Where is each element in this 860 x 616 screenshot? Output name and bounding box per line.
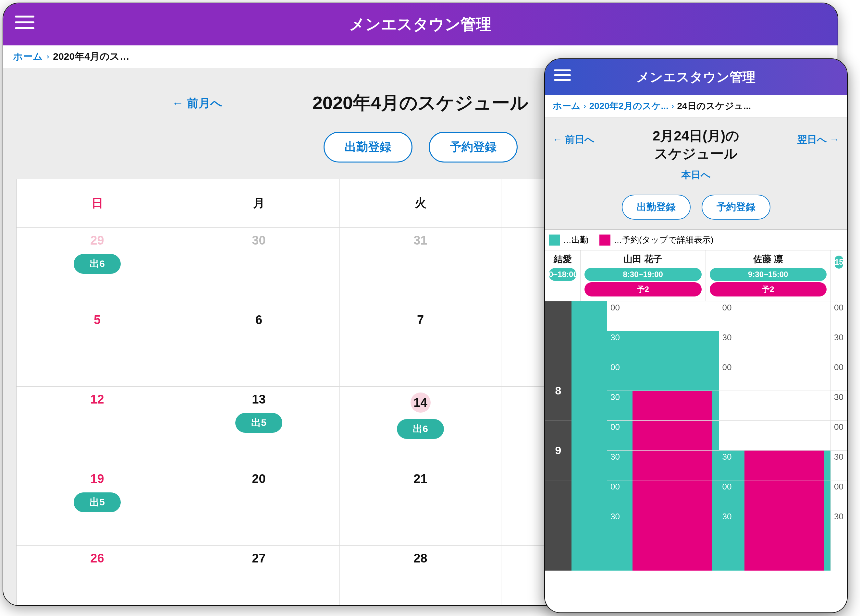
day-number: 6 [186, 313, 331, 327]
hour-label: 9 [545, 421, 571, 480]
day-number: 14 [348, 392, 493, 412]
shift-badge[interactable]: 出5 [74, 492, 121, 512]
shift-register-button[interactable]: 出勤登録 [323, 132, 413, 163]
calendar-day[interactable]: 14出6 [340, 387, 501, 466]
prev-month-button[interactable]: ← 前月へ [172, 96, 222, 111]
chevron-right-icon: › [672, 102, 674, 110]
calendar-day[interactable]: 20 [178, 466, 340, 545]
timeline-col-1[interactable]: 00 30 00 30 00 30 00 30 [571, 301, 607, 571]
day-number: 21 [348, 472, 493, 486]
today-button[interactable]: 本日へ [545, 168, 847, 182]
timeline-col-2[interactable]: 00 30 00 30 00 30 00 30 [607, 301, 719, 571]
time-cell: 30 [719, 510, 831, 540]
time-cell: 30 [607, 510, 719, 540]
time-cell: 30 [719, 451, 831, 480]
day-number: 20 [186, 472, 331, 486]
calendar-day[interactable]: 29出6 [17, 228, 178, 307]
staff-column[interactable]: 山田 花子8:30~19:00予2 [581, 251, 706, 301]
staff-name: 結愛 [547, 253, 578, 265]
shift-time-pill[interactable]: 0~18:00 [549, 268, 576, 281]
shift-block[interactable] [571, 301, 607, 571]
time-cell: 30 [607, 331, 719, 361]
legend: …出勤 …予約(タップで詳細表示) [545, 229, 847, 251]
breadcrumb-month[interactable]: 2020年2月のスケ... [589, 100, 669, 112]
calendar-day[interactable]: 21 [340, 466, 501, 545]
legend-swatch-reserve [599, 235, 610, 246]
calendar-day[interactable]: 31 [340, 228, 501, 307]
next-day-button[interactable]: 翌日へ → [797, 133, 839, 146]
calendar-day[interactable]: 6 [178, 307, 340, 387]
menu-icon[interactable] [554, 69, 571, 81]
time-cell: 00 [831, 361, 847, 391]
phone-device: メンエスタウン管理 ホーム › 2020年2月のスケ... › 24日のスケジュ… [544, 58, 847, 613]
reservation-count-pill[interactable]: 予2 [584, 282, 701, 296]
time-cell: 30 [719, 391, 831, 421]
staff-name: 佐藤 凛 [708, 253, 829, 265]
timeline[interactable]: 89 00 30 00 30 00 30 00 30 00 30 00 30 0… [545, 301, 847, 571]
time-cell: 30 [831, 510, 847, 540]
phone-header: メンエスタウン管理 [545, 59, 847, 95]
time-cell: 30 [607, 391, 719, 421]
day-title-line2: スケジュール [654, 146, 738, 161]
reserve-register-button[interactable]: 予約登録 [429, 132, 518, 163]
prev-day-button[interactable]: ← 前日へ [553, 133, 595, 146]
timeline-col-4[interactable]: 00 30 00 30 00 30 00 30 [831, 301, 847, 571]
app-title: メンエスタウン管理 [545, 68, 847, 86]
time-cell: 30 [831, 391, 847, 421]
shift-time-pill[interactable]: 9:30~15:00 [710, 268, 827, 281]
staff-column[interactable]: 佐藤 凛9:30~15:00予2 [706, 251, 831, 301]
calendar-day[interactable]: 19出5 [17, 466, 178, 545]
hour-label: 8 [545, 361, 571, 421]
calendar-day[interactable]: 13出5 [178, 387, 340, 466]
breadcrumb-home[interactable]: ホーム [553, 100, 581, 112]
shift-time-pill[interactable]: 8:30~19:00 [584, 268, 701, 281]
app-title: メンエスタウン管理 [3, 14, 838, 35]
reserve-register-button[interactable]: 予約登録 [701, 194, 771, 219]
legend-swatch-shift [549, 235, 560, 246]
chevron-right-icon: › [47, 53, 49, 61]
calendar-day[interactable]: 7 [340, 307, 501, 387]
timeline-col-3[interactable]: 00 30 00 30 00 30 00 30 [719, 301, 831, 571]
shift-time-pill[interactable]: 15 [835, 255, 843, 269]
dow-header: 月 [178, 179, 340, 228]
day-number: 31 [348, 234, 493, 248]
day-number: 30 [186, 234, 331, 248]
time-cell: 00 [607, 421, 719, 451]
legend-reserve-label: …予約(タップで詳細表示) [614, 234, 713, 246]
time-cell: 00 [831, 421, 847, 451]
calendar-day[interactable]: 27 [178, 545, 340, 606]
reservation-count-pill[interactable]: 予2 [710, 282, 827, 296]
calendar-day[interactable]: 12 [17, 387, 178, 466]
day-title-line1: 2月24日(月)の [653, 128, 739, 143]
breadcrumb-home[interactable]: ホーム [13, 50, 43, 63]
menu-icon[interactable] [15, 16, 35, 29]
shift-badge[interactable]: 出5 [235, 413, 282, 433]
time-cell: 00 [719, 361, 831, 391]
staff-column[interactable]: 結愛0~18:00 [545, 251, 581, 301]
breadcrumb-current: 2020年4月のス… [53, 50, 129, 63]
shift-register-button[interactable]: 出勤登録 [622, 194, 691, 219]
schedule-header: 結愛0~18:00山田 花子8:30~19:00予2佐藤 凛9:30~15:00… [545, 251, 847, 301]
staff-column[interactable]: 15 [831, 251, 847, 301]
legend-shift-label: …出勤 [563, 234, 589, 246]
register-buttons: 出勤登録 予約登録 [545, 194, 847, 219]
day-number: 19 [25, 472, 170, 486]
shift-badge[interactable]: 出6 [397, 419, 444, 439]
month-title: 2020年4月のスケジュール [312, 91, 529, 116]
shift-badge[interactable]: 出6 [74, 254, 121, 274]
tablet-header: メンエスタウン管理 [3, 3, 838, 45]
dow-header: 火 [340, 179, 501, 228]
time-cell: 30 [831, 331, 847, 361]
calendar-day[interactable]: 28 [340, 545, 501, 606]
calendar-day[interactable]: 26 [17, 545, 178, 606]
breadcrumb-current: 24日のスケジュ... [677, 100, 751, 112]
staff-name: 山田 花子 [582, 253, 703, 265]
day-header: ← 前日へ 2月24日(月)の スケジュール 翌日へ → 本日へ [545, 118, 847, 185]
calendar-day[interactable]: 5 [17, 307, 178, 387]
day-number: 5 [25, 313, 170, 327]
time-cell: 00 [831, 301, 847, 331]
hour-column: 89 [545, 301, 571, 571]
breadcrumb: ホーム › 2020年2月のスケ... › 24日のスケジュ... [545, 95, 847, 118]
day-number: 28 [348, 552, 493, 566]
calendar-day[interactable]: 30 [178, 228, 340, 307]
